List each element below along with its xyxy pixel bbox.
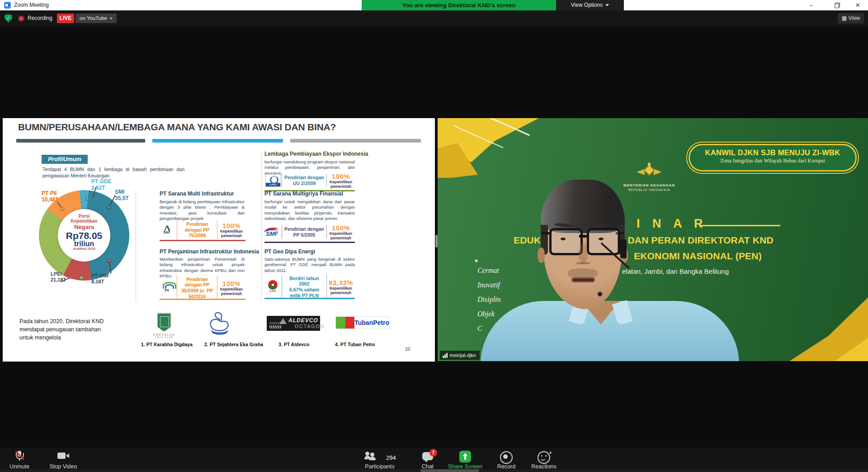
maximize-button[interactable] xyxy=(826,0,847,10)
scrollbar-thumb[interactable] xyxy=(420,469,479,472)
aldevco-logo: ALDEVCO OCTAGON ALDEVCO xyxy=(267,316,320,331)
unmute-button[interactable]: Unmute xyxy=(5,448,34,472)
donut-center-line3: Negara xyxy=(58,224,110,230)
emeralda-logo-sub: GOLF CLUB xyxy=(148,336,180,339)
chevron-down-icon xyxy=(605,4,609,6)
donut-center-line2: Kepemilikan xyxy=(58,219,110,224)
smi-body: Bergerak di bidang pembiayaan infrastruk… xyxy=(160,199,245,221)
slide-note: Pada tahun 2020, Direktorat KND mendapat… xyxy=(19,317,113,342)
glasses-right-lens xyxy=(587,228,620,255)
pii-heading: PT Penjaminan Infrastruktur Indonesia xyxy=(160,248,259,255)
speaker-person xyxy=(438,118,868,361)
reactions-button[interactable]: + Reactions xyxy=(528,448,560,472)
tuban-red-bar xyxy=(345,317,355,329)
viewing-screen-banner: You are viewing Direktorat KND's screen xyxy=(362,0,556,10)
smi-heading: PT Sarana Multi Infrastruktur xyxy=(160,191,234,197)
view-layout-button[interactable]: ▦ View xyxy=(838,13,864,24)
smi-percent: 100% xyxy=(217,222,245,229)
horizontal-scrollbar[interactable] xyxy=(0,469,868,472)
close-button[interactable]: ✕ xyxy=(848,0,868,10)
record-icon xyxy=(500,451,513,464)
slide-page-number: 10 xyxy=(405,347,410,352)
smf-founding: Pendirian dengan PP 5/2005 xyxy=(282,225,327,238)
title-divider-bar-blue xyxy=(152,139,283,143)
portfolio-label-4: 4. PT Tuban Petro xyxy=(335,342,375,347)
record-button[interactable]: Record xyxy=(492,448,521,472)
donut-center: Porsi Kepemilikan Negara Rp78.05 triliun… xyxy=(58,209,110,262)
encryption-shield-icon[interactable]: ✓ xyxy=(5,14,12,23)
portfolio-label-3: 3. PT Aldevco xyxy=(278,342,309,347)
chevron-down-icon xyxy=(110,18,113,19)
chat-label: Chat xyxy=(414,463,441,470)
emeralda-shield-icon xyxy=(157,313,171,332)
smf-logo: SMF xyxy=(264,227,282,238)
smf-body: berfungsi untuk mengalirkan dana dari pa… xyxy=(264,199,355,221)
reactions-icon: + xyxy=(538,451,550,464)
chat-badge: 7 xyxy=(429,449,437,457)
callout-dot-pii xyxy=(61,207,64,211)
recording-label: Recording xyxy=(28,10,52,26)
chat-button[interactable]: 7 Chat xyxy=(414,448,441,472)
zoom-app-icon xyxy=(4,2,11,9)
participants-icon xyxy=(364,452,378,461)
speaker-video-tile[interactable]: KANWIL DJKN SJB MENUJU ZI-WBK Zona Integ… xyxy=(438,118,868,361)
gde-ownership-block: 93,33% Kepemilikan pemerintah xyxy=(327,279,355,295)
lpei-percent: 100% xyxy=(327,172,355,180)
donut-label-pii: PT PII10,48T xyxy=(42,191,58,203)
recording-dot-icon xyxy=(19,16,24,21)
callout-dot-gde xyxy=(85,197,89,200)
share-screen-button[interactable]: Share Screen xyxy=(445,448,486,472)
minimize-button[interactable]: – xyxy=(801,0,821,10)
lpei-ownership: Kepemilikan pemerintah xyxy=(327,180,355,189)
smi-founding: Pendirian dengan PP 75/2008 xyxy=(177,220,217,239)
live-on-youtube-dropdown[interactable]: on YouTube xyxy=(75,14,117,23)
pii-logo: PII xyxy=(160,282,177,294)
pii-info-box: PII Pendirian dengan PP 35/2009 jo. PP 5… xyxy=(160,277,245,298)
pii-founding: Pendirian dengan PP 35/2009 jo. PP 50/20… xyxy=(177,276,217,300)
pii-underline xyxy=(160,299,245,300)
lpei-founding: Pendirian dengan UU 2/2009 xyxy=(282,174,327,187)
callout-dot-lpei xyxy=(80,276,83,280)
gde-founding: Berdiri tahun 2002 6,67% saham milik PT … xyxy=(282,275,327,299)
gde-heading: PT Geo Dipa Energi xyxy=(264,248,315,255)
lpei-logo: LPEI xyxy=(264,174,282,187)
title-divider-bar-dark xyxy=(16,139,145,143)
zoom-window: Zoom Meeting You are viewing Direktorat … xyxy=(0,0,868,472)
smf-percent: 100% xyxy=(327,224,355,232)
smi-logo: SMi xyxy=(160,224,177,235)
gde-percent: 93,33% xyxy=(327,279,355,286)
donut-center-amount: Rp78.05 xyxy=(58,231,110,240)
gde-ownership: Kepemilikan pemerintah xyxy=(327,286,355,295)
participant-name-tag: meirijal-djkn xyxy=(440,351,480,360)
view-options-button[interactable]: View Options xyxy=(556,0,624,10)
donut-label-smi: SMI35,5T xyxy=(115,189,129,202)
headset-earpiece xyxy=(620,239,627,258)
camera-lens-glyph xyxy=(8,4,12,6)
slide-title: BUMN/PERUSAHAAN/LEMBAGA MANA YANG KAMI A… xyxy=(18,122,336,133)
aldevco-logo-sub: OCTAGON xyxy=(295,324,325,329)
stop-video-button[interactable]: Stop Video xyxy=(47,448,80,472)
gde-info-box: GDE Berdiri tahun 2002 6,67% saham milik… xyxy=(264,277,355,297)
gde-body: Satu-satunya BUMN yang bergerak di sekto… xyxy=(264,257,355,273)
glasses-left-lens xyxy=(549,228,583,255)
smi-ownership-block: 100% Kepemilikan pemerintah xyxy=(217,222,245,238)
emeralda-logo: EMERALDA GOLF CLUB xyxy=(148,313,180,339)
aldevco-hatch-icon xyxy=(269,325,281,329)
speaker-hair xyxy=(541,180,625,233)
swan-logo xyxy=(207,311,232,337)
meeting-control-bar: ✓ Recording LIVE on YouTube ▦ View xyxy=(0,10,868,26)
share-screen-label: Share Screen xyxy=(445,463,486,470)
camera-icon xyxy=(57,453,69,460)
tuban-green-bar xyxy=(336,317,345,329)
meeting-content-area: BUMN/PERUSAHAAN/LEMBAGA MANA YANG KAMI A… xyxy=(0,26,868,448)
title-divider-bar-gray xyxy=(290,139,421,143)
aldevco-logo-small: ALDEVCO xyxy=(269,322,281,324)
tuban-logo-text: TubanPetro xyxy=(354,319,389,326)
participants-button[interactable]: 294 Participants xyxy=(361,448,399,472)
participant-name: meirijal-djkn xyxy=(450,353,476,358)
lpei-heading: Lembaga Pembiayaan Ekspor Indonesia xyxy=(264,151,368,157)
live-badge: LIVE xyxy=(57,14,74,23)
meeting-toolbar: Unmute Stop Video 294 Participants 7 Cha… xyxy=(0,448,868,472)
gde-logo: GDE xyxy=(264,280,282,294)
profil-umum-header: ProfilUmum xyxy=(42,155,88,164)
